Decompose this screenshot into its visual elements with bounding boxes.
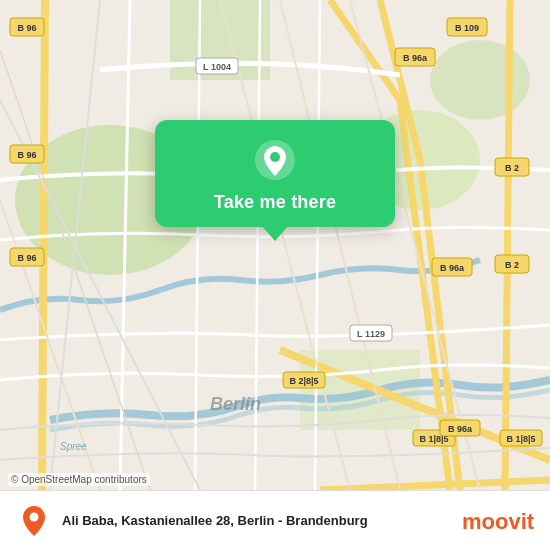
- svg-point-4: [430, 40, 530, 120]
- map-container: B 96 B 96 B 96 B 109 B 96a B 2 B 2 B 96a…: [0, 0, 550, 490]
- svg-text:B 96: B 96: [17, 23, 36, 33]
- location-info-text: Ali Baba, Kastanienallee 28, Berlin - Br…: [62, 513, 462, 528]
- svg-text:B 96: B 96: [17, 150, 36, 160]
- info-bar: Ali Baba, Kastanienallee 28, Berlin - Br…: [0, 490, 550, 550]
- moovit-logo-svg: moovit: [462, 507, 534, 535]
- location-title: Ali Baba, Kastanienallee 28, Berlin - Br…: [62, 513, 462, 528]
- svg-text:B 96a: B 96a: [440, 263, 465, 273]
- svg-point-37: [270, 152, 280, 162]
- popup-card: Take me there: [155, 120, 395, 227]
- svg-text:B 96a: B 96a: [448, 424, 473, 434]
- take-me-there-button[interactable]: Take me there: [214, 192, 336, 213]
- svg-text:B 109: B 109: [455, 23, 479, 33]
- svg-text:L 1129: L 1129: [357, 329, 385, 339]
- svg-text:B 2: B 2: [505, 260, 519, 270]
- location-marker-icon: [16, 503, 52, 539]
- svg-point-38: [30, 512, 39, 521]
- svg-text:Spree: Spree: [60, 441, 87, 452]
- svg-text:moovit: moovit: [462, 509, 534, 534]
- svg-text:B 2: B 2: [505, 163, 519, 173]
- svg-text:B 96: B 96: [17, 253, 36, 263]
- svg-text:L 1004: L 1004: [203, 62, 231, 72]
- svg-text:B 1|8|5: B 1|8|5: [506, 434, 535, 444]
- location-pin-icon: [253, 138, 297, 182]
- svg-text:Berlin: Berlin: [210, 394, 261, 414]
- osm-credit: © OpenStreetMap contributors: [8, 473, 150, 486]
- svg-text:B 2|8|5: B 2|8|5: [289, 376, 318, 386]
- svg-text:B 96a: B 96a: [403, 53, 428, 63]
- moovit-logo: moovit: [462, 507, 534, 535]
